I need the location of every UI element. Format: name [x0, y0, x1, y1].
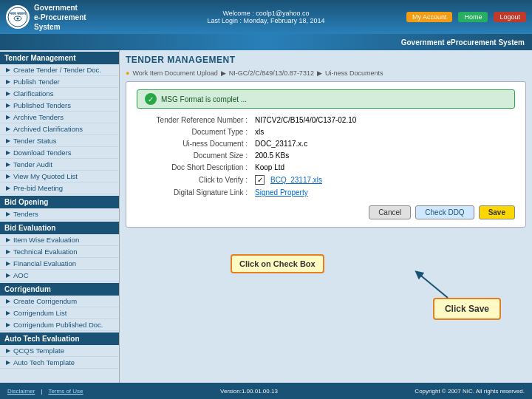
label-tender-ref: Tender Reference Number :: [137, 116, 255, 124]
sidebar-section-bid-evaluation: Bid Evaluation: [0, 222, 119, 234]
body-layout: Tender Management ▶ Create Tender / Tend…: [0, 50, 532, 383]
form-panel: ✓ MSG Format is complet ... Tender Refer…: [126, 81, 526, 228]
breadcrumb-sep2: ▶: [317, 69, 322, 77]
sidebar-item-create-corrigendum[interactable]: ▶ Create Corrigendum: [0, 296, 119, 307]
sidebar-item-published-tenders[interactable]: ▶ Published Tenders: [0, 100, 119, 112]
breadcrumb-item1[interactable]: Work Item Document Upload: [132, 69, 217, 77]
sidebar-item-download-tenders[interactable]: ▶ Download Tenders: [0, 147, 119, 159]
label-signed: Digital Signature Link :: [137, 188, 255, 197]
value-doc-type: xls: [255, 128, 264, 136]
success-bar: ✓ MSG Format is complet ...: [137, 89, 515, 109]
label-ui-doc: Ui-ness Document :: [137, 140, 255, 148]
form-row-doc-size: Document Size : 200.5 KBs: [137, 151, 515, 160]
sidebar-item-tender-status[interactable]: ▶ Tender Status: [0, 135, 119, 147]
sidebar-item-tenders[interactable]: ▶ Tenders: [0, 208, 119, 220]
sidebar-item-item-wise[interactable]: ▶ Item Wise Evaluation: [0, 234, 119, 246]
logo-icon: भारत सरकार: [6, 5, 30, 29]
svg-point-0: [8, 7, 27, 27]
sidebar-item-tender-audit[interactable]: ▶ Tender Audit: [0, 159, 119, 171]
label-verify: Click to Verify :: [137, 176, 255, 184]
label-doc-size: Document Size :: [137, 151, 255, 160]
svg-line-5: [418, 273, 448, 298]
verify-file-link[interactable]: BCQ_23117.xls: [270, 176, 322, 184]
form-row-doc-desc: Doc Short Description : Koop Ltd: [137, 163, 515, 171]
breadcrumb-item2[interactable]: NI-GC/2/C/849/13/0.87-7312: [229, 69, 314, 77]
sub-header-title: Government eProcurement System: [401, 38, 525, 47]
sidebar-item-create-tender[interactable]: ▶ Create Tender / Tender Doc.: [0, 64, 119, 76]
page-title: TENDER MANAGEMENT: [126, 55, 526, 65]
sidebar-item-qcqs-template[interactable]: ▶ QCQS Template: [0, 345, 119, 357]
header-right: My Account Home Logout: [406, 12, 526, 22]
sidebar-section-auto-tech: Auto Tech Evaluation: [0, 332, 119, 345]
sidebar-item-corrigendum-list[interactable]: ▶ Corrigendum List: [0, 307, 119, 319]
callout-save-arrow: [411, 270, 455, 299]
header-center-info: Welcome : coolp1@yahoo.co Last Login : M…: [208, 10, 325, 24]
success-icon: ✓: [145, 93, 157, 105]
sidebar-item-corrigendum-pub[interactable]: ▶ Corrigendum Published Doc.: [0, 319, 119, 331]
header: भारत सरकार Government e-Procurement Syst…: [0, 0, 532, 34]
value-doc-desc: Koop Ltd: [255, 163, 284, 171]
form-row-tender-ref: Tender Reference Number : NI7CV2/C/B15/4…: [137, 116, 515, 124]
footer-version: Version:1.00.01.00.13: [220, 388, 278, 395]
sidebar-item-publish-tender[interactable]: ▶ Publish Tender: [0, 76, 119, 88]
footer: Disclaimer | Terms of Use Version:1.00.0…: [0, 383, 532, 399]
sidebar-section-corrigendum: Corrigendum: [0, 283, 119, 296]
footer-disclaimer-link[interactable]: Disclaimer: [7, 388, 35, 395]
sidebar-item-technical-eval[interactable]: ▶ Technical Evaluation: [0, 246, 119, 258]
sidebar-item-aoc[interactable]: ▶ AOC: [0, 270, 119, 282]
sub-header: Government eProcurement System: [0, 34, 532, 50]
footer-terms-link[interactable]: Terms of Use: [48, 388, 83, 395]
button-row: Cancel Check DDQ Save: [137, 205, 515, 219]
sidebar-item-prebid-meeting[interactable]: ▶ Pre-bid Meeting: [0, 183, 119, 194]
main-content: TENDER MANAGEMENT ● Work Item Document U…: [120, 50, 532, 383]
sidebar-item-auto-tech-template[interactable]: ▶ Auto Tech Template: [0, 357, 119, 369]
check-ddq-button[interactable]: Check DDQ: [415, 205, 474, 219]
form-row-verify: Click to Verify : BCQ_23117.xls: [137, 175, 515, 185]
label-doc-desc: Doc Short Description :: [137, 163, 255, 171]
label-doc-type: Document Type :: [137, 128, 255, 136]
sidebar-section-bid-opening: Bid Opening: [0, 196, 119, 208]
form-row-ui-doc: Ui-ness Document : DOC_23117.x.c: [137, 140, 515, 148]
logout-button[interactable]: Logout: [494, 12, 526, 22]
footer-copyright: Copyright © 2007 NIC. All rights reserve…: [415, 388, 525, 395]
success-message: MSG Format is complet ...: [161, 95, 247, 103]
save-button[interactable]: Save: [479, 205, 515, 219]
logo-text: Government e-Procurement System: [34, 3, 86, 32]
svg-point-3: [17, 18, 19, 20]
footer-links: Disclaimer | Terms of Use: [7, 388, 83, 395]
logo: भारत सरकार Government e-Procurement Syst…: [6, 3, 86, 32]
sidebar-item-view-my-quoted[interactable]: ▶ View My Quoted List: [0, 171, 119, 183]
sidebar-item-archived-clarifications[interactable]: ▶ Archived Clarifications: [0, 123, 119, 135]
sidebar-item-archive-tenders[interactable]: ▶ Archive Tenders: [0, 112, 119, 123]
value-doc-size: 200.5 KBs: [255, 151, 289, 160]
my-account-button[interactable]: My Account: [406, 12, 453, 22]
callout-checkbox: Click on Check Box: [231, 254, 324, 273]
value-signed[interactable]: Signed Property: [255, 188, 308, 197]
callout-save: Click Save: [433, 298, 501, 320]
breadcrumb-sep1: ▶: [221, 69, 226, 77]
sidebar: Tender Management ▶ Create Tender / Tend…: [0, 50, 120, 383]
home-button[interactable]: Home: [458, 12, 488, 22]
svg-text:भारत सरकार: भारत सरकार: [10, 11, 27, 16]
breadcrumb-icon: ●: [126, 69, 129, 77]
form-row-signed: Digital Signature Link : Signed Property: [137, 188, 515, 197]
value-tender-ref: NI7CV2/C/B15/4/0/C137-02.10: [255, 116, 356, 124]
sidebar-title: Tender Management: [0, 52, 119, 64]
form-row-doc-type: Document Type : xls: [137, 128, 515, 136]
cancel-button[interactable]: Cancel: [369, 205, 411, 219]
breadcrumb: ● Work Item Document Upload ▶ NI-GC/2/C/…: [126, 69, 526, 77]
sidebar-item-financial-eval[interactable]: ▶ Financial Evaluation: [0, 258, 119, 270]
breadcrumb-item3[interactable]: Ui-ness Documents: [325, 69, 383, 77]
value-ui-doc: DOC_23117.x.c: [255, 140, 307, 148]
verify-checkbox[interactable]: [255, 175, 265, 185]
sidebar-item-clarifications[interactable]: ▶ Clarifications: [0, 88, 119, 100]
